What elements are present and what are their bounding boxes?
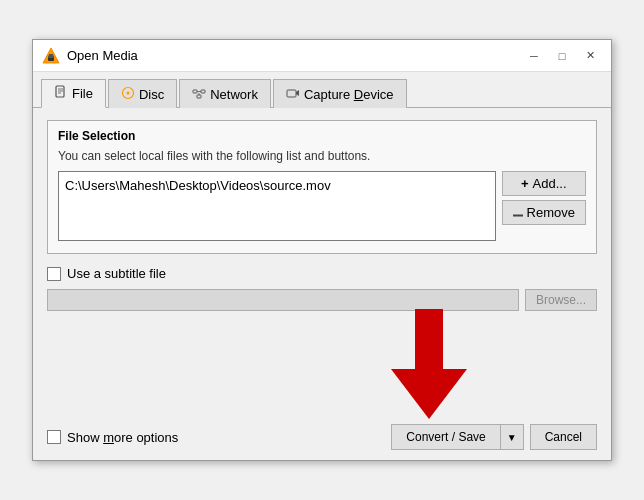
file-tab-icon: [54, 85, 68, 102]
open-media-window: Open Media ─ □ ✕ File: [32, 39, 612, 461]
add-button-label: Add...: [533, 176, 567, 191]
show-more-label[interactable]: Show more options: [47, 430, 178, 445]
browse-button[interactable]: Browse...: [525, 289, 597, 311]
vlc-icon: [41, 46, 61, 66]
title-bar-left: Open Media: [41, 46, 138, 66]
minimize-button[interactable]: ─: [521, 45, 547, 67]
arrow-area: [47, 319, 597, 399]
section-title: File Selection: [58, 129, 586, 143]
subtitle-checkbox-text: Use a subtitle file: [67, 266, 166, 281]
disc-tab-icon: [121, 86, 135, 103]
subtitle-browse-row: Browse...: [47, 289, 597, 311]
tab-network-label: Network: [210, 87, 258, 102]
file-path-item: C:\Users\Mahesh\Desktop\Videos\source.mo…: [65, 176, 489, 195]
maximize-button[interactable]: □: [549, 45, 575, 67]
subtitle-checkbox-label[interactable]: Use a subtitle file: [47, 266, 597, 281]
network-tab-icon: [192, 86, 206, 103]
tab-disc-label: Disc: [139, 87, 164, 102]
tab-network[interactable]: Network: [179, 79, 271, 108]
convert-dropdown-button[interactable]: ▼: [500, 424, 524, 450]
convert-save-wrapper: Convert / Save ▼: [391, 424, 523, 450]
window-title: Open Media: [67, 48, 138, 63]
main-content: File Selection You can select local file…: [33, 108, 611, 416]
svg-rect-14: [287, 90, 296, 97]
tab-bar: File Disc Network: [33, 72, 611, 108]
subtitle-section: Use a subtitle file Browse...: [47, 266, 597, 311]
tab-file[interactable]: File: [41, 79, 106, 108]
subtitle-path-input[interactable]: [47, 289, 519, 311]
close-button[interactable]: ✕: [577, 45, 603, 67]
convert-save-button[interactable]: Convert / Save: [391, 424, 499, 450]
section-description: You can select local files with the foll…: [58, 149, 586, 163]
tab-file-label: File: [72, 86, 93, 101]
add-button[interactable]: + Add...: [502, 171, 586, 196]
remove-button-label: Remove: [527, 205, 575, 220]
svg-marker-2: [48, 54, 54, 58]
svg-rect-10: [201, 90, 205, 93]
tab-disc[interactable]: Disc: [108, 79, 177, 108]
remove-button[interactable]: Remove: [502, 200, 586, 225]
title-bar-controls: ─ □ ✕: [521, 45, 603, 67]
bottom-action-buttons: Convert / Save ▼ Cancel: [391, 424, 597, 450]
svg-rect-16: [513, 215, 523, 217]
svg-point-8: [126, 91, 129, 94]
svg-rect-9: [193, 90, 197, 93]
file-list-box[interactable]: C:\Users\Mahesh\Desktop\Videos\source.mo…: [58, 171, 496, 241]
plus-icon: +: [521, 176, 529, 191]
file-input-row: C:\Users\Mahesh\Desktop\Videos\source.mo…: [58, 171, 586, 241]
show-more-checkbox[interactable]: [47, 430, 61, 444]
arrow-shaft: [415, 309, 443, 369]
bottom-bar: Show more options Convert / Save ▼ Cance…: [33, 416, 611, 460]
show-more-text: Show more options: [67, 430, 178, 445]
file-action-buttons: + Add... Remove: [502, 171, 586, 225]
tab-capture[interactable]: Capture Device: [273, 79, 407, 108]
file-selection-section: File Selection You can select local file…: [47, 120, 597, 254]
arrow-head: [391, 369, 467, 419]
arrow-graphic: [391, 309, 467, 419]
capture-tab-icon: [286, 86, 300, 103]
tab-capture-label: Capture Device: [304, 87, 394, 102]
subtitle-checkbox[interactable]: [47, 267, 61, 281]
minus-icon: [513, 205, 523, 220]
cancel-button[interactable]: Cancel: [530, 424, 597, 450]
svg-rect-3: [56, 86, 64, 97]
title-bar: Open Media ─ □ ✕: [33, 40, 611, 72]
svg-rect-11: [197, 95, 201, 98]
